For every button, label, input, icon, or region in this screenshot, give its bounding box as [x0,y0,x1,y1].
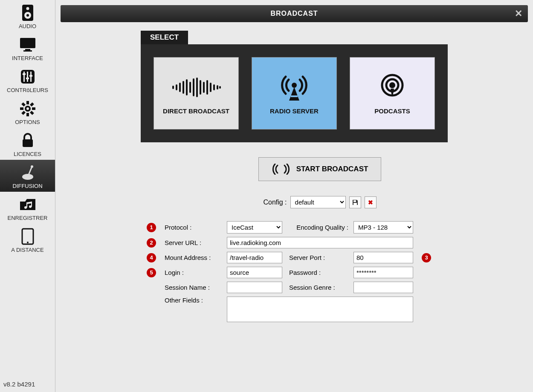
login-label: Login : [165,269,224,276]
sidebar-item-label: LICENCES [14,151,41,157]
start-broadcast-button[interactable]: START BROADCAST [258,157,382,181]
lock-icon [20,131,35,150]
encoding-select[interactable]: MP3 - 128 [353,221,413,233]
server-url-label: Server URL : [165,239,224,246]
svg-rect-22 [29,111,34,115]
svg-point-3 [26,14,29,17]
antenna-icon [19,163,36,182]
session-name-label: Session Name : [165,284,224,291]
radio-tower-icon [275,72,313,102]
step-badge-1: 1 [147,223,156,232]
other-fields-input[interactable] [227,297,413,322]
svg-rect-9 [27,72,28,82]
svg-point-33 [27,242,29,243]
session-genre-label: Session Genre : [285,284,351,291]
broadcast-waves-icon [272,164,290,175]
other-fields-label: Other Fields : [165,297,224,304]
svg-point-23 [26,107,29,110]
version-label: v8.2 b4291 [0,376,55,392]
protocol-select[interactable]: IceCast [227,221,282,233]
svg-rect-12 [26,78,29,79]
mount-label: Mount Address : [165,254,224,261]
port-label: Server Port : [285,254,351,261]
protocol-label: Protocol : [165,224,224,231]
session-genre-input[interactable] [353,282,413,293]
sidebar-item-enregistrer[interactable]: ENREGISTRER [0,192,55,224]
svg-rect-19 [29,102,34,107]
svg-rect-16 [26,113,29,116]
card-direct-broadcast[interactable]: DIRECT BROADCAST [154,57,239,130]
svg-rect-13 [29,75,32,77]
speaker-icon [21,3,34,22]
sidebar-item-licences[interactable]: LICENCES [0,128,55,160]
step-badge-4: 4 [147,253,156,262]
password-label: Password : [285,269,351,276]
sidebar-item-diffusion[interactable]: DIFFUSION [0,160,55,192]
svg-point-53 [389,82,395,88]
floppy-icon [352,199,359,206]
step-badge-3: 3 [422,253,431,262]
page-title: BROADCAST [270,10,318,17]
sidebar: AUDIO INTERFACE CONTRôLEURS OPTIONS LICE [0,0,55,392]
monitor-icon [19,35,36,54]
config-label: Config : [263,199,287,206]
sidebar-item-label: AUDIO [19,23,36,29]
svg-rect-20 [21,111,26,115]
password-input[interactable] [353,267,413,278]
waveform-icon [171,72,222,102]
login-input[interactable] [227,267,282,278]
card-radio-server[interactable]: RADIO SERVER [252,57,337,130]
main: BROADCAST ✕ SELECT DIRECT BROADCAST [55,0,533,392]
svg-rect-15 [26,101,29,104]
select-panel: SELECT DIRECT BROADCAST [141,31,499,142]
session-name-input[interactable] [227,282,282,293]
server-url-input[interactable] [227,237,413,248]
svg-rect-4 [20,38,35,48]
card-label: DIRECT BROADCAST [163,107,229,115]
sidebar-item-label: ENREGISTRER [8,215,48,221]
sidebar-item-label: OPTIONS [15,119,40,125]
sidebar-item-options[interactable]: OPTIONS [0,96,55,128]
start-broadcast-label: START BROADCAST [296,165,368,173]
config-row: Config : default ✖ [141,196,499,208]
svg-point-27 [31,165,33,168]
sidebar-item-controllers[interactable]: CONTRôLEURS [0,64,55,96]
select-tab: SELECT [141,31,188,44]
save-config-button[interactable] [349,196,361,208]
port-input[interactable] [353,252,413,263]
card-podcasts[interactable]: PODCASTS [350,57,435,130]
sidebar-item-label: A DISTANCE [11,247,43,253]
svg-rect-24 [23,139,33,147]
tablet-icon [21,227,34,246]
broadcast-form: 1 Protocol : IceCast Encoding Quality : … [141,221,499,322]
step-badge-2: 2 [147,238,156,248]
card-label: RADIO SERVER [270,107,319,115]
svg-rect-18 [32,107,35,110]
svg-point-1 [26,7,29,10]
sidebar-item-audio[interactable]: AUDIO [0,0,55,32]
titlebar: BROADCAST ✕ [61,5,528,22]
close-icon[interactable]: ✕ [515,8,523,19]
encoding-label: Encoding Quality : [285,224,351,231]
sidebar-item-interface[interactable]: INTERFACE [0,32,55,64]
sidebar-item-remote[interactable]: A DISTANCE [0,224,55,256]
step-badge-5: 5 [147,268,156,277]
mount-input[interactable] [227,252,282,263]
svg-rect-5 [25,49,30,50]
sliders-icon [20,67,35,86]
svg-rect-11 [23,73,26,75]
card-label: PODCASTS [374,107,410,115]
svg-rect-17 [20,107,23,110]
delete-config-button[interactable]: ✖ [365,196,377,208]
gear-icon [20,99,36,118]
svg-rect-21 [21,102,26,107]
podcast-icon [377,72,407,102]
config-select[interactable]: default [290,196,346,208]
sidebar-item-label: DIFFUSION [12,183,42,189]
sidebar-item-label: INTERFACE [12,55,43,61]
svg-rect-6 [23,50,32,52]
svg-rect-54 [353,200,356,202]
svg-rect-8 [23,72,25,82]
folder-music-icon [19,195,36,214]
sidebar-item-label: CONTRôLEURS [7,87,48,93]
